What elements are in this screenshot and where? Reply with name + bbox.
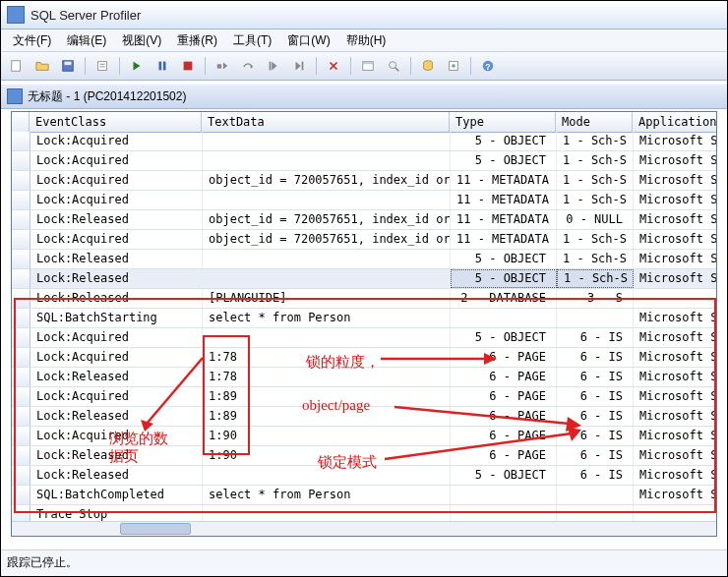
svg-rect-10	[217, 64, 221, 68]
cell-textdata	[203, 151, 451, 170]
replay-cursor-button[interactable]	[287, 55, 311, 77]
cell-appname: Microsoft SQ...	[634, 407, 716, 426]
table-row[interactable]: Lock:Released5 - OBJECT6 - ISMicrosoft S…	[12, 466, 716, 486]
row-handle	[12, 505, 30, 522]
row-handle	[12, 466, 30, 485]
menu-view[interactable]: 视图(V)	[114, 30, 169, 51]
cell-mode: 6 - IS	[557, 466, 634, 485]
stop-button[interactable]	[176, 55, 200, 77]
table-row[interactable]: Lock:Released1:786 - PAGE6 - ISMicrosoft…	[12, 368, 716, 387]
clear-button[interactable]	[322, 55, 345, 77]
horizontal-scrollbar[interactable]	[12, 521, 716, 536]
table-row[interactable]: Lock:Acquired11 - METADATA1 - Sch-SMicro…	[12, 191, 716, 210]
row-handle	[12, 368, 30, 386]
cell-mode	[557, 486, 634, 504]
toolbar-separator	[119, 57, 120, 75]
run-button[interactable]	[125, 55, 149, 77]
row-handle	[12, 210, 30, 229]
filter-button[interactable]	[442, 55, 465, 77]
menu-tools[interactable]: 工具(T)	[225, 30, 279, 51]
cell-type: 5 - OBJECT	[451, 328, 557, 347]
svg-marker-11	[223, 63, 227, 70]
table-row[interactable]: Lock:Released5 - OBJECT1 - Sch-SMicrosof…	[12, 269, 716, 289]
cell-textdata: [PLANGUIDE]	[203, 289, 451, 308]
cell-eventclass: Lock:Acquired	[30, 191, 203, 209]
template-button[interactable]	[356, 55, 380, 77]
cell-textdata	[203, 269, 451, 288]
replay-button[interactable]	[262, 55, 285, 77]
menu-replay[interactable]: 重播(R)	[169, 30, 225, 51]
col-header-textdata[interactable]: TextData	[202, 112, 450, 132]
cell-appname: Microsoft SQ...	[634, 309, 716, 327]
toolbar-separator	[316, 57, 317, 75]
row-handle	[12, 427, 30, 445]
row-handle-header	[12, 112, 30, 132]
table-row[interactable]: Lock:Released5 - OBJECT1 - Sch-SMicrosof…	[12, 250, 716, 269]
database-button[interactable]	[416, 55, 440, 77]
cell-eventclass: Lock:Acquired	[30, 230, 203, 249]
svg-text:?: ?	[485, 62, 490, 72]
cell-type: 5 - OBJECT	[451, 466, 557, 485]
cell-appname: Microsoft SQ...	[634, 368, 716, 386]
cell-eventclass: Lock:Acquired	[30, 328, 203, 347]
cell-textdata: select * from Person	[203, 486, 451, 504]
cell-eventclass: Lock:Acquired	[30, 427, 203, 445]
table-row[interactable]: Lock:Acquired5 - OBJECT1 - Sch-SMicrosof…	[12, 132, 716, 151]
cell-eventclass: Lock:Acquired	[30, 348, 203, 367]
scroll-thumb[interactable]	[120, 523, 191, 535]
row-handle	[12, 407, 30, 426]
pause-button[interactable]	[151, 55, 174, 77]
table-row[interactable]: Trace Stop	[12, 505, 716, 522]
table-row[interactable]: Lock:Released[PLANGUIDE]2 - DATABASE3 - …	[12, 289, 716, 309]
row-handle	[12, 230, 30, 249]
col-header-type[interactable]: Type	[450, 112, 556, 132]
table-row[interactable]: Lock:Releasedobject_id = 720057651, inde…	[12, 210, 716, 230]
open-button[interactable]	[30, 55, 54, 77]
help-button[interactable]: ?	[476, 55, 500, 77]
cell-appname	[634, 289, 716, 308]
svg-rect-2	[65, 62, 72, 66]
cell-eventclass: Lock:Released	[30, 466, 203, 485]
step-over-button[interactable]	[236, 55, 260, 77]
table-row[interactable]: Lock:Released1:906 - PAGE6 - ISMicrosoft…	[12, 446, 716, 466]
table-row[interactable]: SQL:BatchCompletedselect * from PersonMi…	[12, 486, 716, 505]
table-row[interactable]: Lock:Acquired5 - OBJECT6 - ISMicrosoft S…	[12, 328, 716, 348]
save-button[interactable]	[56, 55, 80, 77]
menu-file[interactable]: 文件(F)	[5, 30, 59, 51]
cell-textdata: 1:78	[203, 368, 451, 386]
table-row[interactable]: Lock:Acquired1:906 - PAGE6 - ISMicrosoft…	[12, 427, 716, 446]
cell-type: 6 - PAGE	[451, 446, 557, 465]
status-text: 跟踪已停止。	[7, 555, 78, 569]
table-row[interactable]: Lock:Acquiredobject_id = 720057651, inde…	[12, 230, 716, 250]
table-row[interactable]: Lock:Acquired1:896 - PAGE6 - ISMicrosoft…	[12, 387, 716, 407]
new-trace-button[interactable]	[5, 55, 29, 77]
svg-marker-15	[296, 62, 301, 71]
menu-help[interactable]: 帮助(H)	[338, 30, 394, 51]
svg-rect-3	[98, 62, 107, 71]
col-header-mode[interactable]: Mode	[556, 112, 633, 132]
table-row[interactable]: Lock:Acquiredobject_id = 720057651, inde…	[12, 171, 716, 191]
cell-appname	[634, 505, 716, 522]
col-header-appname[interactable]: ApplicationName	[633, 112, 717, 132]
table-row[interactable]: Lock:Acquired1:786 - PAGE6 - ISMicrosoft…	[12, 348, 716, 368]
grid-body[interactable]: Lock:Acquired5 - OBJECT1 - Sch-SMicrosof…	[12, 132, 716, 522]
col-header-eventclass[interactable]: EventClass	[30, 112, 202, 132]
table-row[interactable]: SQL:BatchStartingselect * from PersonMic…	[12, 309, 716, 328]
cell-mode: 1 - Sch-S	[557, 191, 634, 209]
step-button[interactable]	[211, 55, 234, 77]
cell-eventclass: Lock:Acquired	[30, 151, 203, 170]
menu-window[interactable]: 窗口(W)	[279, 30, 337, 51]
toolbar-separator	[470, 57, 471, 75]
find-button[interactable]	[382, 55, 405, 77]
menu-edit[interactable]: 编辑(E)	[59, 30, 114, 51]
cell-mode: 6 - IS	[557, 387, 634, 406]
cell-type: 6 - PAGE	[451, 348, 557, 367]
cell-appname: Microsoft SQ...	[634, 466, 716, 485]
toolbar: ?	[1, 52, 727, 81]
table-row[interactable]: Lock:Released1:896 - PAGE6 - ISMicrosoft…	[12, 407, 716, 427]
table-row[interactable]: Lock:Acquired5 - OBJECT1 - Sch-SMicrosof…	[12, 151, 716, 171]
document-header: 无标题 - 1 (PC201412201502)	[1, 85, 727, 109]
properties-button[interactable]	[91, 55, 114, 77]
toolbar-separator	[410, 57, 411, 75]
row-handle	[12, 486, 30, 504]
